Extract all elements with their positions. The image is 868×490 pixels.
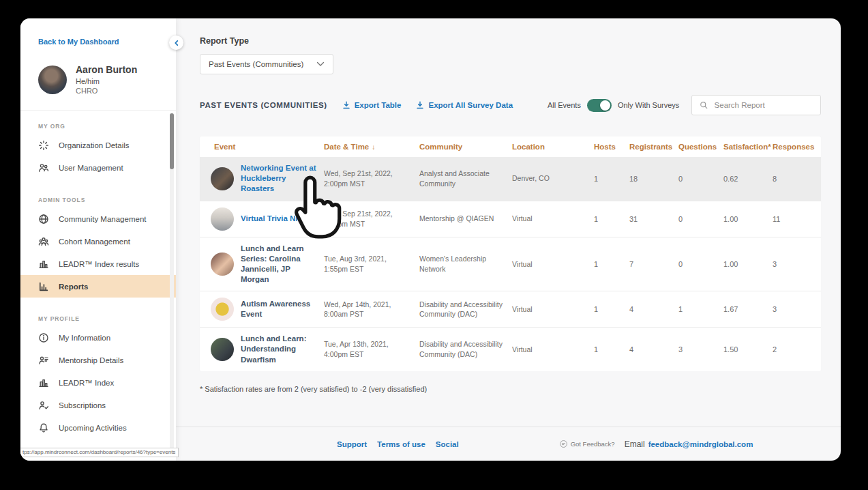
column-header-location[interactable]: Location xyxy=(512,143,594,151)
got-feedback-label: Got Feedback? xyxy=(571,440,615,448)
user-profile: Aaron Burton He/him CHRO xyxy=(38,64,176,95)
cell-satisfaction: 1.00 xyxy=(723,215,773,223)
column-header-satisfaction[interactable]: Satisfaction* xyxy=(723,143,773,151)
sidebar-scrollbar[interactable] xyxy=(170,113,174,454)
table-row[interactable]: Lunch and Learn Series: Carolina Jannice… xyxy=(200,237,821,291)
globe-icon xyxy=(38,214,49,225)
cell-registrants: 4 xyxy=(629,345,678,354)
nav-label: User Management xyxy=(59,164,123,172)
cell-responses: 8 xyxy=(773,175,821,183)
sidebar-item-subscriptions[interactable]: Subscriptions xyxy=(20,394,176,416)
cell-hosts: 1 xyxy=(594,175,629,183)
event-title[interactable]: Lunch and Learn: Understanding Dwarfism xyxy=(241,334,318,365)
event-thumbnail xyxy=(211,253,234,276)
event-cell: Virtual Trivia Night xyxy=(200,207,324,231)
event-title-link[interactable]: Networking Event at Huckleberry Roasters xyxy=(241,163,318,194)
report-type-label: Report Type xyxy=(200,36,821,46)
scrollbar-thumb[interactable] xyxy=(170,113,174,169)
sidebar-nav: MY ORG Organization Details User Managem… xyxy=(20,110,176,461)
sidebar-item-reports[interactable]: Reports xyxy=(20,275,176,298)
sidebar-item-mentorship-details[interactable]: Mentorship Details xyxy=(20,349,176,371)
column-header-community[interactable]: Community xyxy=(419,143,512,151)
export-table-label: Export Table xyxy=(355,101,402,109)
sidebar-collapse-button[interactable] xyxy=(169,35,183,50)
table-row[interactable]: Networking Event at Huckleberry Roasters… xyxy=(200,157,821,201)
toolbar-right: All Events Only With Surveys xyxy=(548,95,821,115)
cell-satisfaction: 1.67 xyxy=(723,305,773,313)
event-title[interactable]: Lunch and Learn Series: Carolina Jannice… xyxy=(241,244,318,285)
sidebar-item-leadr-index-results[interactable]: LEADR™ Index results xyxy=(20,253,176,275)
column-header-event[interactable]: Event xyxy=(200,143,324,151)
sidebar-item-cohort-management[interactable]: Cohort Management xyxy=(20,230,176,253)
table-row[interactable]: Lunch and Learn: Understanding Dwarfism … xyxy=(200,327,821,371)
sidebar-item-leadr-index[interactable]: LEADR™ Index xyxy=(20,371,176,394)
event-thumbnail xyxy=(211,298,234,321)
report-type-dropdown[interactable]: Past Events (Communities) xyxy=(200,54,333,74)
chevron-down-icon xyxy=(316,61,325,67)
table-row[interactable]: Autism Awareness Event Wed, Apr 14th, 20… xyxy=(200,291,821,327)
section-title-admin-tools: ADMIN TOOLS xyxy=(38,197,176,203)
table-row[interactable]: Virtual Trivia Night Wed, Sep 21st, 2022… xyxy=(200,201,821,237)
footer: Support Terms of use Social Got Feedback… xyxy=(176,427,841,461)
surveys-toggle[interactable] xyxy=(587,99,612,112)
reports-chart-icon xyxy=(38,281,49,292)
event-thumbnail xyxy=(211,338,234,361)
terms-of-use-link[interactable]: Terms of use xyxy=(377,440,425,448)
footer-feedback: Got Feedback? Email feedback@mindrglobal… xyxy=(559,439,753,449)
sidebar: Back to My Dashboard Aaron Burton He/him… xyxy=(20,18,176,461)
event-cell: Lunch and Learn: Understanding Dwarfism xyxy=(200,334,324,365)
main-content: Report Type Past Events (Communities) PA… xyxy=(176,18,841,461)
sidebar-item-my-information[interactable]: My Information xyxy=(20,326,176,349)
cell-location: Virtual xyxy=(512,214,594,224)
nav-label: LEADR™ Index results xyxy=(59,260,139,268)
event-cell: Autism Awareness Event xyxy=(200,298,324,321)
social-link[interactable]: Social xyxy=(436,440,459,448)
organization-details-icon xyxy=(38,140,49,151)
cell-datetime: Wed, Sep 21st, 2022, 2:00pm MST xyxy=(324,169,419,188)
profile-name: Aaron Burton xyxy=(76,64,137,75)
column-header-responses[interactable]: Responses xyxy=(773,143,821,151)
event-title[interactable]: Autism Awareness Event xyxy=(241,299,318,319)
export-all-survey-data-link[interactable]: Export All Survey Data xyxy=(416,101,513,109)
nav-label: Cohort Management xyxy=(59,237,130,246)
nav-label: Reports xyxy=(59,283,88,291)
cell-questions: 0 xyxy=(678,175,723,183)
bar-chart-icon xyxy=(38,259,49,270)
cell-satisfaction: 1.00 xyxy=(723,260,773,268)
cell-location: Virtual xyxy=(512,304,594,315)
user-management-icon xyxy=(38,162,49,173)
nav-label: Subscriptions xyxy=(59,401,106,409)
cell-location: Virtual xyxy=(512,259,594,270)
only-with-surveys-label: Only With Surveys xyxy=(618,101,679,109)
cell-hosts: 1 xyxy=(594,260,629,268)
cell-datetime: Wed, Sep 21st, 2022, 2:00pm MST xyxy=(324,209,419,229)
search-report-box[interactable] xyxy=(691,95,821,115)
support-link[interactable]: Support xyxy=(337,440,367,448)
event-title-link[interactable]: Virtual Trivia Night xyxy=(241,214,310,224)
feedback-email-link[interactable]: feedback@mindrglobal.com xyxy=(648,440,753,448)
search-report-input[interactable] xyxy=(715,101,813,109)
footer-links: Support Terms of use Social xyxy=(337,440,459,448)
sidebar-item-upcoming-activities[interactable]: Upcoming Activities xyxy=(20,416,176,439)
sidebar-item-organization-details[interactable]: Organization Details xyxy=(20,134,176,156)
export-all-label: Export All Survey Data xyxy=(428,101,513,109)
cell-satisfaction: 0.62 xyxy=(723,175,773,183)
bell-icon xyxy=(38,422,49,433)
download-icon xyxy=(416,101,424,109)
cell-responses: 3 xyxy=(773,260,821,268)
column-header-registrants[interactable]: Registrants xyxy=(629,143,678,151)
cell-community: Disability and Accessibility Community (… xyxy=(419,339,512,359)
column-header-hosts[interactable]: Hosts xyxy=(594,143,629,151)
cell-questions: 1 xyxy=(678,305,723,313)
nav-label: Upcoming Activities xyxy=(59,424,127,432)
back-to-dashboard-link[interactable]: Back to My Dashboard xyxy=(38,38,119,46)
export-table-link[interactable]: Export Table xyxy=(342,101,402,109)
column-header-questions[interactable]: Questions xyxy=(678,143,723,151)
all-events-label: All Events xyxy=(548,101,581,109)
cell-questions: 3 xyxy=(678,345,723,354)
sidebar-item-user-management[interactable]: User Management xyxy=(20,156,176,179)
sidebar-item-community-management[interactable]: Community Management xyxy=(20,207,176,230)
event-thumbnail xyxy=(211,167,234,190)
column-header-date-time[interactable]: Date & Time↓ xyxy=(324,143,419,151)
cell-datetime: Tue, Aug 3rd, 2021, 1:55pm EST xyxy=(324,254,419,274)
